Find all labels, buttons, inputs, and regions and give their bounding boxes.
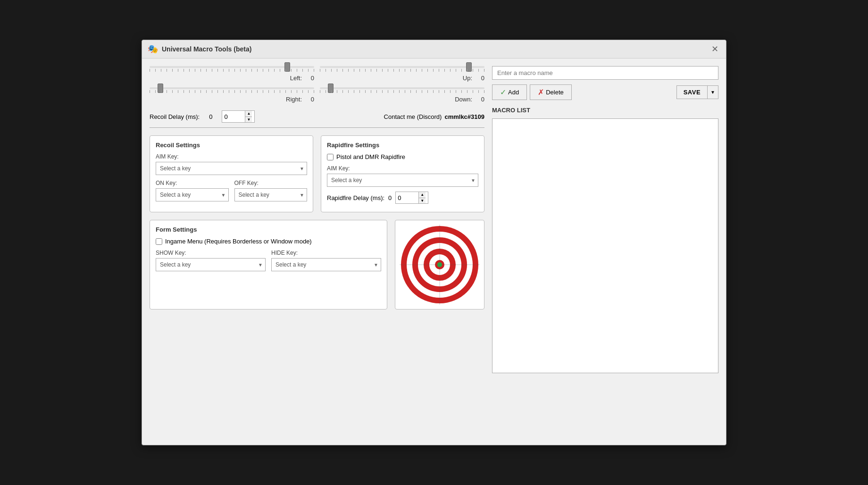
right-slider-value: 0 [305, 96, 314, 103]
down-slider-label: Down: 0 [320, 96, 484, 103]
off-key-select[interactable]: Select a key Left MouseRight MouseQE [234, 188, 308, 201]
show-key-wrapper: Select a key Left MouseRight MouseQE ▼ [156, 258, 266, 271]
down-slider-group: Down: 0 [320, 87, 484, 103]
rapidfire-delay-spinbox[interactable]: 0 ▲ ▼ [395, 192, 428, 204]
rapidfire-delay-label: Rapidfire Delay (ms): [327, 194, 384, 201]
off-key-dropdown-wrapper: Select a key Left MouseRight MouseQE ▼ [234, 188, 308, 201]
rapidfire-spinbox-down[interactable]: ▼ [419, 198, 426, 204]
aim-key-dropdown-wrapper: Select a key Left MouseRight MouseQE ▼ [156, 162, 307, 175]
contact-section: Contact me (Discord) cmmlkc#3109 [384, 113, 484, 120]
left-slider-value: 0 [305, 75, 314, 82]
left-panel: Left: 0 [150, 66, 484, 373]
content-area: Left: 0 [142, 59, 726, 381]
rapidfire-checkbox-label[interactable]: Pistol and DMR Rapidfire [336, 153, 405, 160]
recoil-delay-input[interactable]: 0 [222, 112, 245, 121]
check-icon: ✓ [500, 88, 506, 97]
recoil-delay-label: Recoil Delay (ms): [150, 113, 200, 120]
app-icon: 🎭 [148, 44, 158, 54]
form-settings-box: Form Settings Ingame Menu (Requires Bord… [150, 220, 387, 309]
left-slider[interactable] [150, 66, 314, 68]
close-button[interactable]: ✕ [709, 45, 720, 53]
rapidfire-spinbox-buttons: ▲ ▼ [418, 192, 426, 203]
off-key-label: OFF Key: [234, 180, 308, 186]
spinbox-up-btn[interactable]: ▲ [245, 111, 252, 117]
right-slider-container [150, 87, 314, 94]
rapidfire-checkbox-row[interactable]: Pistol and DMR Rapidfire [327, 153, 478, 160]
sliders-section: Left: 0 [150, 66, 484, 103]
aim-key-select[interactable]: Select a key Left MouseRight MouseQE [156, 162, 307, 175]
bottom-row: Form Settings Ingame Menu (Requires Bord… [150, 220, 484, 309]
x-icon: ✗ [538, 88, 544, 97]
contact-value: cmmlkc#3109 [444, 113, 484, 120]
up-slider-container [320, 66, 484, 73]
left-slider-group: Left: 0 [150, 66, 314, 82]
rapidfire-settings-box: Rapidfire Settings Pistol and DMR Rapidf… [321, 135, 484, 212]
hide-key-select[interactable]: Select a key Left MouseRight MouseQE [271, 258, 381, 271]
ingame-menu-row[interactable]: Ingame Menu (Requires Borderless or Wind… [156, 238, 381, 245]
delete-button[interactable]: ✗ Delete [530, 84, 572, 100]
left-slider-ticks [150, 69, 314, 72]
show-key-label: SHOW Key: [156, 250, 266, 256]
macro-list-box[interactable] [492, 118, 718, 373]
down-slider[interactable] [320, 87, 484, 89]
recoil-delay-display: 0 [209, 113, 212, 120]
spinbox-buttons: ▲ ▼ [245, 111, 252, 122]
window-title: Universal Macro Tools (beta) [162, 45, 251, 53]
aim-key-label: AIM Key: [156, 153, 307, 160]
recoil-delay-spinbox[interactable]: 0 ▲ ▼ [222, 110, 255, 123]
titlebar-left: 🎭 Universal Macro Tools (beta) [148, 44, 251, 54]
save-button[interactable]: SAVE [676, 85, 708, 99]
macro-name-input[interactable] [492, 66, 718, 80]
rapidfire-delay-input[interactable]: 0 [396, 193, 418, 202]
save-dropdown-arrow[interactable]: ▼ [708, 85, 718, 99]
main-window: 🎭 Universal Macro Tools (beta) ✕ [142, 40, 726, 445]
rapidfire-aim-key-select[interactable]: Select a key Left MouseRight MouseQE [327, 174, 478, 187]
right-slider-ticks [150, 90, 314, 93]
up-slider[interactable] [320, 66, 484, 68]
hide-key-label: HIDE Key: [271, 250, 381, 256]
ingame-menu-label[interactable]: Ingame Menu (Requires Borderless or Wind… [165, 238, 312, 245]
left-slider-container [150, 66, 314, 73]
ingame-menu-checkbox[interactable] [156, 238, 162, 245]
rapidfire-settings-title: Rapidfire Settings [327, 142, 478, 149]
up-slider-label: Up: 0 [320, 75, 484, 82]
down-slider-value: 0 [475, 96, 484, 103]
target-image [395, 220, 484, 309]
settings-row: Recoil Settings AIM Key: Select a key Le… [150, 135, 484, 212]
rapidfire-delay-value: 0 [388, 194, 392, 201]
macro-list-title: MACRO LIST [492, 107, 718, 114]
form-settings-title: Form Settings [156, 226, 381, 233]
up-slider-ticks [320, 69, 484, 72]
right-slider-label: Right: 0 [150, 96, 314, 103]
hide-key-wrapper: Select a key Left MouseRight MouseQE ▼ [271, 258, 381, 271]
spinbox-down-btn[interactable]: ▼ [245, 117, 252, 123]
contact-label: Contact me (Discord) [384, 113, 442, 120]
recoil-settings-title: Recoil Settings [156, 142, 307, 149]
on-key-label: ON Key: [156, 180, 229, 186]
recoil-settings-box: Recoil Settings AIM Key: Select a key Le… [150, 135, 313, 212]
show-key-select[interactable]: Select a key Left MouseRight MouseQE [156, 258, 266, 271]
up-slider-group: Up: 0 [320, 66, 484, 82]
save-button-group: SAVE ▼ [676, 85, 718, 99]
left-slider-label: Left: 0 [150, 75, 314, 82]
on-key-select[interactable]: Select a key Left MouseRight MouseQE [156, 188, 229, 201]
rapidfire-aim-key-label: AIM Key: [327, 165, 478, 172]
on-key-dropdown-wrapper: Select a key Left MouseRight MouseQE ▼ [156, 188, 229, 201]
rapidfire-spinbox-up[interactable]: ▲ [419, 192, 426, 198]
up-slider-value: 0 [475, 75, 484, 82]
macro-buttons-row: ✓ Add ✗ Delete SAVE ▼ [492, 84, 718, 100]
right-slider-group: Right: 0 [150, 87, 314, 103]
target-svg [400, 225, 480, 305]
divider [150, 127, 484, 128]
right-slider[interactable] [150, 87, 314, 89]
rapidfire-aim-key-wrapper: Select a key Left MouseRight MouseQE ▼ [327, 174, 478, 187]
rapidfire-delay-row: Rapidfire Delay (ms): 0 0 ▲ ▼ [327, 192, 478, 204]
add-button[interactable]: ✓ Add [492, 84, 527, 100]
down-slider-container [320, 87, 484, 94]
right-panel: ✓ Add ✗ Delete SAVE ▼ MACRO LIST [492, 66, 718, 373]
down-slider-ticks [320, 90, 484, 93]
rapidfire-checkbox[interactable] [327, 154, 334, 160]
recoil-delay-row: Recoil Delay (ms): 0 0 ▲ ▼ Contact me (D… [150, 110, 484, 123]
titlebar: 🎭 Universal Macro Tools (beta) ✕ [142, 40, 726, 59]
